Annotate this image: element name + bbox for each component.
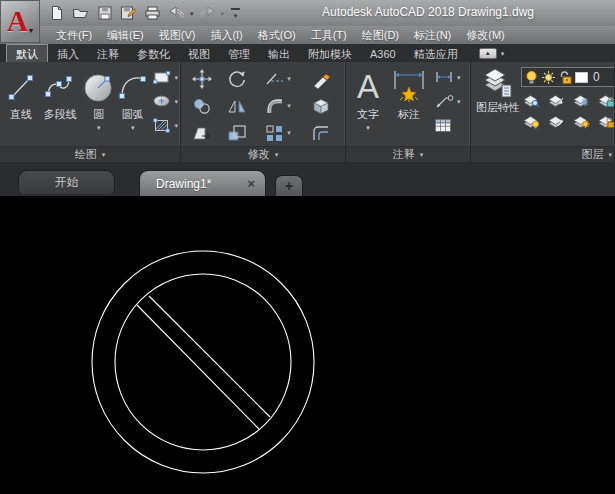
hatch-icon bbox=[152, 117, 171, 134]
polyline-button[interactable]: 多段线 bbox=[38, 64, 83, 146]
minimize-ribbon-dropdown[interactable]: ▾ bbox=[501, 50, 505, 57]
tab-manage[interactable]: 管理 bbox=[219, 44, 259, 62]
layer-on-button[interactable] bbox=[521, 111, 542, 130]
linear-dimension-button[interactable] bbox=[434, 70, 454, 84]
tab-a360[interactable]: A360 bbox=[361, 44, 405, 62]
plus-icon: + bbox=[285, 178, 293, 194]
move-button[interactable] bbox=[185, 69, 219, 89]
menu-insert[interactable]: 插入(I) bbox=[210, 28, 242, 43]
application-menu-button[interactable]: A ▾ bbox=[0, 0, 40, 43]
layer-unlock-button[interactable] bbox=[596, 111, 615, 130]
fillet-button[interactable]: ▾ bbox=[255, 97, 301, 115]
table-button[interactable] bbox=[434, 118, 452, 133]
tab-annotate[interactable]: 注释 bbox=[88, 44, 128, 62]
tab-view[interactable]: 视图 bbox=[179, 44, 219, 62]
bulb-on-icon bbox=[525, 70, 538, 85]
ellipse-dropdown[interactable]: ▾ bbox=[174, 98, 178, 105]
circle-dropdown[interactable]: ▾ bbox=[97, 124, 101, 131]
tab-featured-apps[interactable]: 精选应用 bbox=[405, 44, 467, 62]
minimize-ribbon-button[interactable]: ▲ bbox=[479, 48, 497, 59]
tab-parametric[interactable]: 参数化 bbox=[128, 44, 179, 62]
leader-button[interactable] bbox=[434, 94, 454, 109]
layers-panel-title[interactable]: 图层 ▾ bbox=[471, 146, 614, 162]
save-as-button[interactable] bbox=[118, 3, 139, 23]
chevron-down-icon: ▾ bbox=[275, 151, 279, 158]
array-dropdown[interactable]: ▾ bbox=[287, 129, 291, 136]
tab-addins[interactable]: 附加模块 bbox=[299, 44, 361, 62]
layer-lock-button[interactable] bbox=[596, 90, 615, 109]
annotate-panel-title[interactable]: 注释 ▾ bbox=[346, 146, 470, 162]
outer-circle-entity[interactable] bbox=[92, 251, 314, 473]
offset-button[interactable] bbox=[301, 124, 341, 142]
customize-quick-access-button[interactable]: ▾ bbox=[231, 8, 240, 19]
fillet-dropdown[interactable]: ▾ bbox=[287, 102, 291, 109]
redo-button[interactable] bbox=[197, 3, 218, 23]
mirror-button[interactable] bbox=[219, 97, 255, 115]
layer-walk-button[interactable] bbox=[546, 111, 567, 130]
ellipse-button[interactable] bbox=[152, 94, 171, 108]
new-drawing-tab-button[interactable]: + bbox=[275, 175, 303, 196]
close-tab-icon[interactable]: × bbox=[247, 176, 255, 191]
open-file-button[interactable] bbox=[70, 3, 91, 23]
trim-dropdown[interactable]: ▾ bbox=[287, 75, 291, 82]
slash-line-entity-1[interactable] bbox=[137, 305, 259, 429]
slash-line-entity-2[interactable] bbox=[149, 296, 270, 417]
erase-button[interactable] bbox=[301, 69, 341, 89]
copy-icon bbox=[192, 97, 212, 115]
plot-button[interactable] bbox=[142, 3, 163, 23]
menu-tools[interactable]: 工具(T) bbox=[311, 28, 347, 43]
save-button[interactable] bbox=[94, 3, 115, 23]
draw-panel-title[interactable]: 绘图 ▾ bbox=[0, 146, 180, 162]
scale-button[interactable] bbox=[219, 124, 255, 142]
chevron-down-icon: ▾ bbox=[420, 151, 424, 158]
rotate-button[interactable] bbox=[219, 69, 255, 89]
menu-edit[interactable]: 编辑(E) bbox=[107, 28, 144, 43]
trim-button[interactable]: ▾ bbox=[255, 71, 301, 87]
leader-dropdown[interactable]: ▾ bbox=[457, 98, 461, 105]
drawing-area[interactable] bbox=[0, 196, 615, 494]
dimension-button[interactable]: 标注 bbox=[386, 64, 432, 146]
menu-dimension[interactable]: 标注(N) bbox=[414, 28, 451, 43]
hatch-dropdown[interactable]: ▾ bbox=[174, 122, 178, 129]
undo-dropdown[interactable]: ▾ bbox=[190, 10, 194, 17]
tab-output[interactable]: 输出 bbox=[259, 44, 299, 62]
line-icon bbox=[6, 71, 36, 103]
arc-dropdown[interactable]: ▾ bbox=[131, 124, 135, 131]
rectangle-button[interactable] bbox=[152, 70, 171, 85]
layer-match-button[interactable] bbox=[521, 90, 542, 109]
layer-change-current-button[interactable] bbox=[546, 90, 567, 109]
leader-icon bbox=[434, 94, 454, 109]
dimension-dropdown[interactable]: ▾ bbox=[457, 74, 461, 81]
hatch-button[interactable] bbox=[152, 117, 171, 134]
inner-circle-entity[interactable] bbox=[115, 274, 291, 450]
copy-button[interactable] bbox=[185, 97, 219, 115]
text-button[interactable]: A 文字 ▾ bbox=[350, 64, 386, 146]
panel-draw: 直线 多段线 圆 ▾ bbox=[0, 62, 181, 162]
tab-home[interactable]: 默认 bbox=[6, 44, 48, 62]
menu-view[interactable]: 视图(V) bbox=[159, 28, 196, 43]
menu-format[interactable]: 格式(O) bbox=[258, 28, 296, 43]
new-file-button[interactable] bbox=[46, 3, 67, 23]
menu-file[interactable]: 文件(F) bbox=[56, 28, 92, 43]
menu-modify[interactable]: 修改(M) bbox=[466, 28, 505, 43]
layer-select-dropdown[interactable]: 0 bbox=[521, 67, 615, 87]
text-dropdown[interactable]: ▾ bbox=[366, 124, 370, 131]
stretch-button[interactable] bbox=[185, 124, 219, 142]
layer-freeze-button[interactable] bbox=[571, 90, 592, 109]
circle-button[interactable]: 圆 ▾ bbox=[83, 64, 115, 146]
tab-insert[interactable]: 插入 bbox=[48, 44, 88, 62]
modify-panel-title[interactable]: 修改 ▾ bbox=[181, 146, 345, 162]
autocad-logo: A bbox=[7, 7, 28, 36]
arc-button[interactable]: 圆弧 ▾ bbox=[115, 64, 151, 146]
layer-properties-button[interactable]: 图层特性 bbox=[475, 64, 521, 146]
undo-button[interactable] bbox=[166, 3, 187, 23]
menu-draw[interactable]: 绘图(D) bbox=[362, 28, 399, 43]
array-button[interactable]: ▾ bbox=[255, 124, 301, 142]
redo-dropdown[interactable]: ▾ bbox=[221, 10, 225, 17]
layer-thaw-button[interactable] bbox=[571, 111, 592, 130]
rectangle-dropdown[interactable]: ▾ bbox=[174, 74, 178, 81]
drawing1-tab[interactable]: Drawing1* × bbox=[139, 170, 266, 196]
line-button[interactable]: 直线 bbox=[4, 64, 38, 146]
start-tab[interactable]: 开始 bbox=[18, 170, 115, 194]
explode-button[interactable] bbox=[301, 96, 341, 116]
